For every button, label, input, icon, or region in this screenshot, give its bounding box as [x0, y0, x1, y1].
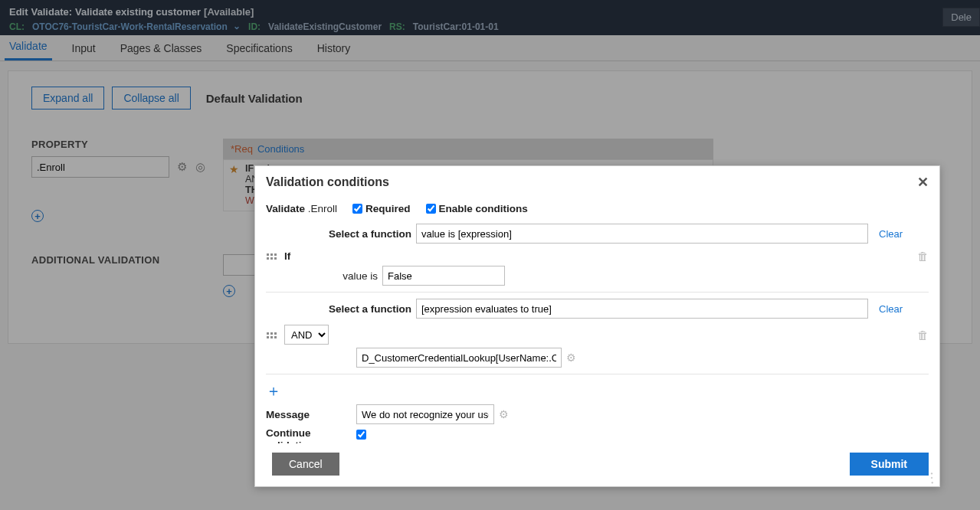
function-2-input[interactable] — [416, 299, 868, 319]
clear-link-2[interactable]: Clear — [879, 303, 903, 315]
gear-icon[interactable]: ⚙ — [499, 408, 509, 420]
expression-input[interactable] — [356, 348, 562, 368]
if-label: If — [284, 250, 290, 262]
trash-icon[interactable]: 🗑 — [917, 250, 929, 263]
message-input[interactable] — [356, 404, 494, 424]
divider — [266, 374, 929, 374]
enable-conditions-label: Enable conditions — [439, 203, 528, 214]
drag-handle-icon[interactable] — [267, 332, 277, 338]
gear-icon[interactable]: ⚙ — [566, 351, 576, 364]
submit-button[interactable]: Submit — [850, 453, 929, 476]
add-condition-button[interactable]: ＋ — [266, 381, 281, 401]
select-function-label-2: Select a function — [266, 303, 411, 315]
enable-conditions-checkbox[interactable] — [426, 204, 436, 214]
clear-link-1[interactable]: Clear — [879, 228, 903, 240]
function-1-input[interactable] — [416, 224, 868, 244]
required-checkbox[interactable] — [352, 204, 362, 214]
validate-property: .Enroll — [308, 203, 337, 214]
cancel-button[interactable]: Cancel — [272, 453, 339, 476]
continue-validation-label: Continue validation — [266, 427, 352, 443]
divider — [266, 292, 929, 293]
value-is-label: value is — [266, 270, 378, 282]
select-function-label-1: Select a function — [266, 228, 411, 240]
validate-label: Validate — [266, 203, 305, 214]
logic-operator-select[interactable]: AND — [284, 325, 329, 345]
close-icon[interactable]: ✕ — [917, 174, 929, 191]
drag-handle-icon[interactable] — [267, 253, 277, 260]
enable-conditions-checkbox-wrap[interactable]: Enable conditions — [426, 201, 528, 216]
validation-conditions-modal: Validation conditions ✕ Validate .Enroll… — [254, 165, 940, 487]
required-label: Required — [365, 203, 411, 214]
continue-validation-checkbox[interactable] — [356, 430, 366, 440]
required-checkbox-wrap[interactable]: Required — [352, 201, 411, 216]
value-is-input[interactable] — [382, 266, 505, 286]
modal-title: Validation conditions — [266, 175, 389, 189]
message-label: Message — [266, 409, 352, 420]
trash-icon[interactable]: 🗑 — [917, 329, 929, 342]
